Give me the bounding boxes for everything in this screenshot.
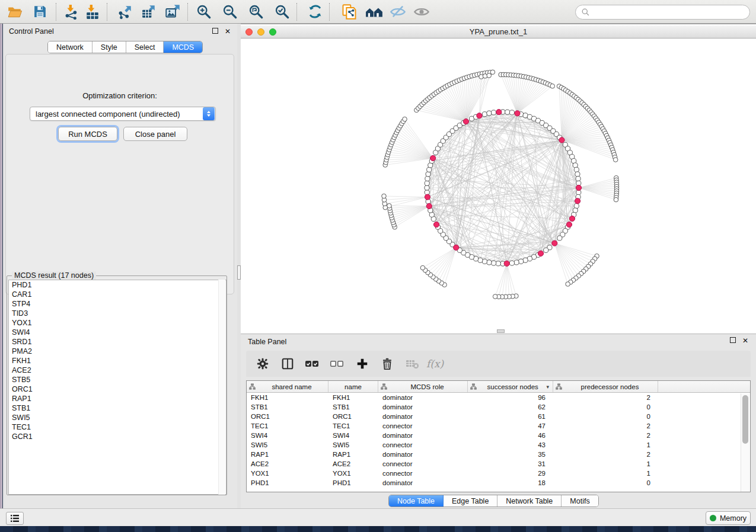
network-node[interactable] bbox=[482, 112, 487, 117]
mcds-result-item[interactable]: ORC1 bbox=[9, 384, 226, 394]
mcds-list-scrollbar[interactable] bbox=[218, 280, 225, 495]
network-leaf-node[interactable] bbox=[614, 197, 618, 202]
select-all-icon[interactable] bbox=[304, 355, 321, 372]
network-node[interactable] bbox=[426, 172, 430, 177]
network-node[interactable] bbox=[575, 172, 580, 177]
column-header-successor-nodes[interactable]: successor nodes▾ bbox=[468, 381, 553, 392]
table-tab-motifs[interactable]: Motifs bbox=[562, 495, 598, 507]
mcds-hub-node[interactable] bbox=[454, 245, 459, 250]
network-leaf-node[interactable] bbox=[382, 194, 387, 198]
network-node[interactable] bbox=[491, 110, 496, 115]
tab-mcds[interactable]: MCDS bbox=[164, 41, 202, 53]
table-row[interactable]: STB1STB1dominator620 bbox=[247, 402, 750, 412]
mcds-hub-node[interactable] bbox=[496, 110, 502, 115]
hide-selected-icon[interactable] bbox=[389, 4, 407, 20]
delete-table-icon[interactable] bbox=[404, 355, 420, 372]
float-table-panel-icon[interactable] bbox=[730, 337, 737, 344]
network-node[interactable] bbox=[427, 167, 432, 172]
network-node[interactable] bbox=[491, 261, 496, 265]
mcds-result-item[interactable]: PHD1 bbox=[9, 280, 226, 290]
mcds-result-item[interactable]: SRD1 bbox=[9, 337, 226, 347]
optimization-criterion-select[interactable]: largest connected component (undirected) bbox=[30, 107, 216, 121]
tab-select[interactable]: Select bbox=[126, 41, 164, 53]
mcds-result-item[interactable]: SWI4 bbox=[9, 328, 226, 337]
tab-style[interactable]: Style bbox=[92, 41, 126, 53]
mcds-result-item[interactable]: STB5 bbox=[9, 375, 226, 384]
network-leaf-node[interactable] bbox=[493, 294, 497, 299]
node-table[interactable]: shared namenameMCDS rolesuccessor nodes▾… bbox=[246, 380, 751, 492]
mcds-hub-node[interactable] bbox=[576, 185, 581, 190]
network-leaf-node[interactable] bbox=[566, 282, 570, 287]
mcds-result-item[interactable]: PMA2 bbox=[9, 347, 226, 356]
close-panel-button[interactable]: Close panel bbox=[123, 127, 187, 141]
open-file-icon[interactable] bbox=[6, 4, 24, 20]
tab-network[interactable]: Network bbox=[48, 41, 92, 53]
network-node[interactable] bbox=[509, 110, 514, 115]
table-row[interactable]: TEC1TEC1connector472 bbox=[247, 421, 750, 431]
save-session-icon[interactable] bbox=[31, 4, 49, 20]
mcds-result-list[interactable]: PHD1CAR1STP4TID3YOX1SWI4SRD1PMA2FKH1ACE2… bbox=[8, 280, 227, 495]
network-node[interactable] bbox=[574, 167, 579, 172]
float-panel-icon[interactable] bbox=[212, 28, 219, 35]
table-tab-edge-table[interactable]: Edge Table bbox=[444, 495, 497, 507]
mcds-hub-node[interactable] bbox=[430, 155, 436, 161]
run-mcds-button[interactable]: Run MCDS bbox=[58, 127, 117, 141]
mcds-result-item[interactable]: FKH1 bbox=[9, 356, 226, 366]
column-header-mcds-role[interactable]: MCDS role bbox=[378, 381, 468, 392]
mcds-result-item[interactable]: SWI5 bbox=[9, 413, 226, 422]
mcds-hub-node[interactable] bbox=[426, 203, 432, 209]
table-row[interactable]: FKH1FKH1dominator962 bbox=[247, 393, 750, 402]
mcds-result-item[interactable]: TID3 bbox=[9, 309, 226, 318]
zoom-out-icon[interactable] bbox=[221, 4, 238, 20]
mcds-result-item[interactable]: RAP1 bbox=[9, 394, 226, 403]
first-neighbors-icon[interactable] bbox=[365, 4, 383, 20]
mcds-hub-node[interactable] bbox=[433, 222, 439, 227]
network-node[interactable] bbox=[482, 259, 487, 264]
import-network-icon[interactable] bbox=[63, 4, 81, 20]
mcds-hub-node[interactable] bbox=[425, 194, 430, 200]
network-window-titlebar[interactable]: YPA_prune.txt_1 bbox=[241, 25, 756, 39]
table-row[interactable]: ORC1ORC1dominator610 bbox=[247, 412, 750, 421]
zoom-fit-icon[interactable] bbox=[247, 4, 264, 20]
table-settings-icon[interactable] bbox=[254, 355, 271, 372]
network-node[interactable] bbox=[573, 163, 578, 168]
table-row[interactable]: PHD1PHD1dominator180 bbox=[247, 478, 750, 488]
network-node[interactable] bbox=[487, 260, 492, 265]
table-scrollbar[interactable] bbox=[741, 393, 749, 492]
network-node[interactable] bbox=[505, 110, 510, 114]
network-node[interactable] bbox=[576, 176, 580, 181]
network-leaf-node[interactable] bbox=[490, 70, 495, 75]
mcds-result-item[interactable]: CAR1 bbox=[9, 290, 226, 299]
column-visibility-icon[interactable] bbox=[279, 355, 296, 372]
network-node[interactable] bbox=[574, 204, 579, 209]
mcds-hub-node[interactable] bbox=[463, 118, 468, 124]
mcds-result-item[interactable]: ACE2 bbox=[9, 366, 226, 375]
network-node[interactable] bbox=[544, 248, 548, 252]
mcds-result-item[interactable]: STB1 bbox=[9, 403, 226, 413]
mcds-result-item[interactable]: GCR1 bbox=[9, 432, 226, 441]
search-box[interactable] bbox=[575, 5, 750, 20]
function-builder-icon[interactable]: f(x) bbox=[426, 358, 444, 370]
network-leaf-node[interactable] bbox=[403, 117, 407, 121]
add-column-icon[interactable] bbox=[354, 355, 371, 372]
mcds-hub-node[interactable] bbox=[538, 251, 543, 256]
network-node[interactable] bbox=[425, 185, 429, 190]
show-all-icon[interactable] bbox=[413, 4, 430, 20]
table-tab-node-table[interactable]: Node Table bbox=[389, 495, 444, 507]
mcds-result-item[interactable]: TEC1 bbox=[9, 422, 226, 432]
mcds-hub-node[interactable] bbox=[569, 216, 575, 221]
mcds-hub-node[interactable] bbox=[477, 113, 482, 118]
mcds-hub-node[interactable] bbox=[552, 241, 557, 246]
close-panel-icon[interactable]: ✕ bbox=[224, 28, 231, 35]
delete-column-icon[interactable] bbox=[379, 355, 395, 372]
network-node[interactable] bbox=[514, 260, 519, 265]
deselect-all-icon[interactable] bbox=[329, 355, 346, 372]
network-node[interactable] bbox=[496, 261, 500, 266]
mcds-hub-node[interactable] bbox=[515, 111, 520, 116]
table-row[interactable]: ACE2ACE2connector311 bbox=[247, 459, 750, 469]
table-row[interactable]: RAP1RAP1dominator352 bbox=[247, 450, 750, 459]
mcds-result-item[interactable]: STP4 bbox=[9, 299, 226, 309]
network-leaf-node[interactable] bbox=[550, 84, 555, 89]
table-row[interactable]: YOX1YOX1connector291 bbox=[247, 469, 750, 478]
network-node[interactable] bbox=[557, 236, 562, 241]
